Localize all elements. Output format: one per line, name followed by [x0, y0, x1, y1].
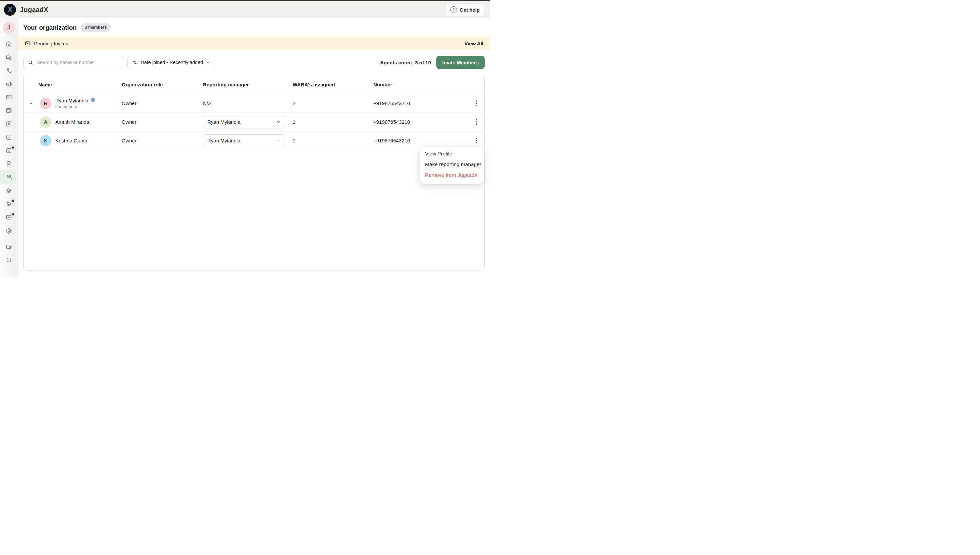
get-help-label: Get help — [460, 7, 480, 13]
calendar-clock-icon — [5, 107, 12, 114]
column-header-manager: Reporting manager — [203, 82, 293, 87]
member-number: +919876543210 — [373, 100, 468, 106]
sidebar-item-analytics[interactable] — [0, 130, 18, 144]
pending-invites-label: Pending Invites — [34, 41, 68, 47]
phone-icon — [6, 67, 12, 74]
sidebar-item-advanced-analytics[interactable] — [0, 144, 18, 157]
column-header-role: Organization role — [122, 82, 203, 87]
row-menu-kebab-icon[interactable] — [468, 136, 484, 146]
expand-caret-icon[interactable] — [24, 101, 38, 106]
app-logo-letter: X — [7, 6, 13, 13]
row-menu-kebab-icon[interactable] — [468, 98, 484, 108]
sidebar-item-calls[interactable] — [0, 64, 18, 77]
agents-count-label: Agents count: 3 of 10 — [380, 60, 431, 66]
reporting-manager-select[interactable]: Ryan Mylandla — [203, 135, 285, 147]
sidebar-item-logout[interactable] — [0, 253, 18, 266]
reporting-manager-select[interactable]: Ryan Mylandla — [203, 116, 285, 128]
row-context-menu: View Profile Make reporting manager Remo… — [420, 147, 484, 184]
team-icon — [5, 173, 13, 181]
avatar: K — [40, 135, 51, 146]
page-title: Your organization — [23, 24, 77, 31]
contact-card-icon — [5, 120, 12, 127]
chevron-down-icon — [277, 138, 281, 143]
megaphone-icon — [5, 80, 12, 87]
get-help-button[interactable]: ? Get help — [445, 4, 484, 16]
lock-icon — [10, 198, 15, 203]
table-row: K Krishna Gupta Owner Ryan Mylandla 1 +9… — [24, 132, 484, 150]
table-row: R Ryan Mylandla 2 members Owner N/A 2 +9… — [24, 94, 484, 113]
bar-chart-icon — [5, 134, 12, 141]
app-logo: X — [4, 4, 16, 16]
sidebar-item-contacts[interactable] — [0, 117, 18, 130]
column-header-name: Name — [38, 82, 122, 87]
row-menu-kebab-icon[interactable] — [468, 117, 484, 127]
search-input[interactable] — [36, 59, 119, 66]
sidebar-item-documents[interactable] — [0, 157, 18, 170]
member-role: Owner — [122, 100, 203, 106]
home-icon — [5, 40, 12, 47]
svg-text:Aa: Aa — [7, 216, 11, 219]
chevron-down-icon — [206, 60, 210, 65]
avatar: A — [40, 116, 51, 128]
view-all-link[interactable]: View All — [464, 41, 483, 47]
main-content: Your organization 3 members Pending Invi… — [18, 18, 490, 278]
member-name: Amrith Miranda — [55, 119, 90, 125]
sidebar-item-wallet[interactable] — [0, 240, 18, 253]
member-number: +919876543210 — [373, 119, 468, 125]
member-role: Owner — [122, 119, 203, 125]
member-subtext: 2 members — [55, 104, 96, 109]
profile-avatar[interactable]: J — [0, 18, 18, 37]
sidebar-item-settings[interactable] — [0, 224, 18, 237]
sidebar-item-members[interactable] — [0, 170, 18, 184]
sidebar: J — [0, 18, 18, 278]
top-bar: X JugaadX ? Get help — [0, 0, 490, 18]
member-waba-count: 1 — [293, 119, 373, 125]
member-waba-count: 1 — [293, 138, 373, 143]
sidebar-item-home[interactable] — [0, 37, 18, 50]
gear-icon — [5, 227, 12, 234]
lock-icon — [10, 212, 15, 217]
chevron-down-icon — [277, 120, 281, 124]
sidebar-item-campaigns[interactable] — [0, 77, 18, 90]
wallet-icon — [5, 243, 12, 250]
menu-item-make-reporting-manager[interactable]: Make reporting manager — [425, 159, 478, 170]
members-count-badge: 3 members — [81, 23, 111, 32]
table-row: A Amrith Miranda Owner Ryan Mylandla 1 +… — [24, 113, 484, 132]
menu-item-view-profile[interactable]: View Profile — [425, 148, 478, 159]
search-icon — [28, 60, 34, 66]
member-name: Krishna Gupta — [55, 138, 87, 143]
verified-badge-icon — [90, 98, 96, 103]
sort-label: Date joined - Recently added — [141, 60, 203, 65]
sort-dropdown[interactable]: Date joined - Recently added — [127, 56, 215, 69]
invite-members-button[interactable]: Invite Members — [436, 56, 484, 69]
sidebar-item-templates[interactable]: Aa — [0, 210, 18, 224]
sidebar-item-scheduler[interactable] — [0, 104, 18, 117]
profile-avatar-letter: J — [7, 25, 10, 30]
member-role: Owner — [122, 138, 203, 143]
members-table: Name Organization role Reporting manager… — [23, 75, 484, 271]
member-waba-count: 2 — [293, 100, 373, 106]
document-icon — [6, 160, 12, 167]
column-header-waba: WABA's assigned — [293, 82, 373, 87]
question-circle-icon: ? — [450, 6, 457, 13]
avatar: R — [40, 98, 51, 109]
member-name: Ryan Mylandla — [55, 98, 88, 103]
sort-arrows-icon — [132, 60, 137, 65]
search-box[interactable] — [23, 56, 123, 69]
member-number: +919876543210 — [373, 138, 468, 143]
menu-item-remove-from-jugaadx[interactable]: Remove from JugaadX — [425, 170, 478, 180]
sidebar-item-bot[interactable] — [0, 184, 18, 197]
sidebar-item-chats[interactable] — [0, 50, 18, 64]
lock-icon — [10, 145, 15, 150]
power-icon — [5, 257, 12, 263]
table-header-row: Name Organization role Reporting manager… — [24, 75, 484, 94]
pending-invites-banner: Pending Invites View All — [18, 37, 490, 50]
column-header-number: Number — [373, 82, 468, 87]
mail-icon — [5, 94, 12, 101]
app-title: JugaadX — [20, 6, 48, 14]
sidebar-item-ai-assist[interactable] — [0, 197, 18, 210]
chat-bubble-icon — [5, 54, 12, 61]
member-manager: N/A — [203, 100, 293, 106]
robot-icon — [5, 187, 12, 194]
sidebar-item-inbox[interactable] — [0, 90, 18, 104]
